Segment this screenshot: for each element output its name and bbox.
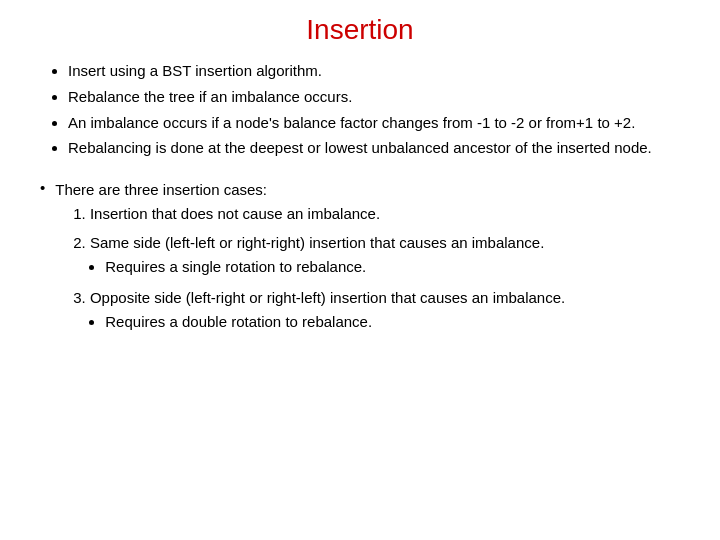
case-3: 3. Opposite side (left-right or right-le…	[55, 287, 565, 333]
cases-bullet-dot: •	[40, 179, 45, 196]
bullet-section: Insert using a BST insertion algorithm. …	[40, 60, 680, 169]
case-1-label: 1. Insertion that does not cause an imba…	[73, 205, 380, 222]
cases-content: There are three insertion cases: 1. Inse…	[55, 179, 565, 343]
cases-section: • There are three insertion cases: 1. In…	[40, 179, 680, 349]
case-3-sub-list: Requires a double rotation to rebalance.	[73, 311, 565, 333]
cases-intro-text: There are three insertion cases:	[55, 179, 565, 201]
case-2-sub-item: Requires a single rotation to rebalance.	[105, 256, 565, 278]
case-2-sub-list: Requires a single rotation to rebalance.	[73, 256, 565, 278]
main-bullet-list: Insert using a BST insertion algorithm. …	[40, 60, 680, 159]
cases-intro-row: • There are three insertion cases: 1. In…	[40, 179, 680, 343]
case-2: 2. Same side (left-left or right-right) …	[55, 232, 565, 278]
case-3-label: 3. Opposite side (left-right or right-le…	[73, 287, 565, 309]
bullet-item-3: An imbalance occurs if a node's balance …	[68, 112, 680, 134]
case-2-label: 2. Same side (left-left or right-right) …	[73, 232, 565, 254]
bullet-item-4: Rebalancing is done at the deepest or lo…	[68, 137, 680, 159]
bullet-item-2: Rebalance the tree if an imbalance occur…	[68, 86, 680, 108]
case-1: 1. Insertion that does not cause an imba…	[55, 205, 565, 222]
bullet-item-1: Insert using a BST insertion algorithm.	[68, 60, 680, 82]
page-title: Insertion	[40, 14, 680, 46]
page: Insertion Insert using a BST insertion a…	[0, 0, 720, 540]
case-3-sub-item: Requires a double rotation to rebalance.	[105, 311, 565, 333]
